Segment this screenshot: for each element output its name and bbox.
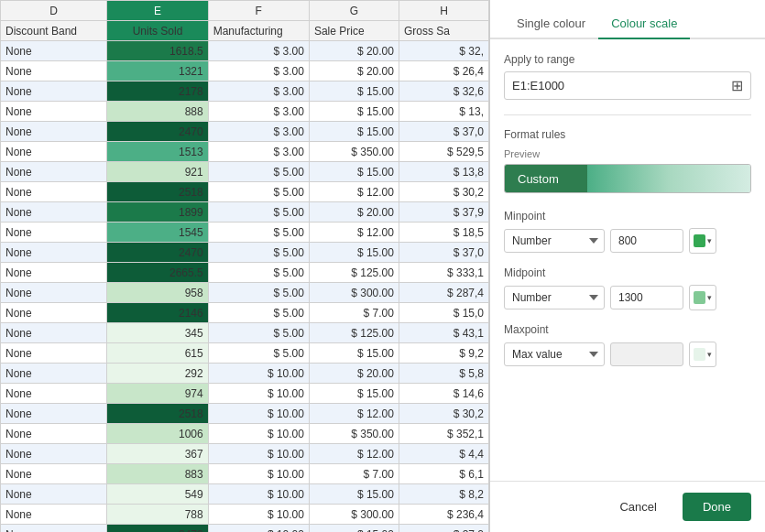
- table-row: $ 3.00: [208, 81, 309, 102]
- minpoint-color-btn[interactable]: ▾: [689, 228, 716, 254]
- table-row: $ 4,4: [399, 444, 488, 464]
- col-header-h[interactable]: H: [399, 1, 488, 21]
- table-row: $ 32,6: [399, 81, 488, 102]
- table-row: $ 43,1: [399, 323, 488, 343]
- maxpoint-label: Maxpoint: [504, 323, 751, 336]
- table-row: None: [1, 464, 107, 484]
- units-sold-cell: 2518: [107, 404, 208, 424]
- midpoint-type-select[interactable]: Number Percent Percentile None: [504, 286, 605, 309]
- midpoint-label: Midpoint: [504, 266, 751, 279]
- units-sold-cell: 958: [107, 283, 208, 303]
- table-row: None: [1, 263, 107, 283]
- table-row: None: [1, 142, 107, 162]
- table-row: $ 20.00: [309, 41, 399, 61]
- units-sold-cell: 1899: [107, 202, 208, 223]
- table-row: $ 37,0: [399, 243, 488, 263]
- table-row: $ 15.00: [309, 102, 399, 122]
- col-label-d: Discount Band: [1, 21, 107, 41]
- table-row: $ 6,1: [399, 464, 488, 484]
- done-button[interactable]: Done: [683, 493, 751, 521]
- table-row: $ 13,8: [399, 162, 488, 182]
- table-row: $ 333,1: [399, 263, 488, 283]
- table-row: $ 8,2: [399, 484, 488, 505]
- table-row: $ 5.00: [208, 243, 309, 263]
- table-row: $ 5.00: [208, 343, 309, 364]
- units-sold-cell: 921: [107, 162, 208, 182]
- units-sold-cell: 2518: [107, 182, 208, 202]
- preview-custom: Custom: [505, 165, 587, 192]
- table-row: None: [1, 283, 107, 303]
- table-row: None: [1, 162, 107, 182]
- spreadsheet: D E F G H Discount Band Units Sold Manuf…: [0, 0, 490, 532]
- table-row: None: [1, 384, 107, 404]
- range-input[interactable]: [512, 79, 731, 92]
- table-row: $ 15.00: [309, 81, 399, 102]
- table-row: $ 5.00: [208, 162, 309, 182]
- col-label-e: Units Sold: [107, 21, 208, 41]
- grid-icon: ⊞: [731, 77, 743, 94]
- table-row: $ 3.00: [208, 61, 309, 81]
- table-row: $ 20.00: [309, 61, 399, 81]
- table-row: $ 10.00: [208, 424, 309, 444]
- table-row: $ 15.00: [309, 525, 399, 533]
- table-row: None: [1, 404, 107, 424]
- units-sold-cell: 974: [107, 384, 208, 404]
- table-row: $ 10.00: [208, 444, 309, 464]
- col-label-h: Gross Sa: [399, 21, 488, 41]
- preview-gradient: [587, 165, 750, 192]
- col-header-e[interactable]: E: [107, 1, 208, 21]
- midpoint-value-input[interactable]: [610, 286, 683, 309]
- maxpoint-color-btn[interactable]: ▾: [689, 342, 716, 367]
- table-row: None: [1, 303, 107, 323]
- table-row: None: [1, 343, 107, 364]
- table-row: $ 26,4: [399, 61, 488, 81]
- table-row: $ 300.00: [309, 505, 399, 525]
- minpoint-value-input[interactable]: [610, 229, 683, 253]
- maxpoint-type-select[interactable]: Max value Number Percent Percentile: [504, 342, 605, 366]
- col-header-d[interactable]: D: [1, 1, 107, 21]
- col-header-g[interactable]: G: [309, 1, 399, 21]
- table-row: $ 5.00: [208, 303, 309, 323]
- table-row: $ 9,2: [399, 343, 488, 364]
- table-row: $ 10.00: [208, 484, 309, 505]
- minpoint-type-select[interactable]: Number Percent Percentile Min value: [504, 229, 605, 253]
- cancel-button[interactable]: Cancel: [603, 493, 672, 521]
- table-row: $ 13,: [399, 102, 488, 122]
- units-sold-cell: 1321: [107, 61, 208, 81]
- tab-single-colour[interactable]: Single colour: [504, 9, 598, 39]
- units-sold-cell: 2178: [107, 81, 208, 102]
- table-row: $ 3.00: [208, 41, 309, 61]
- table-row: None: [1, 223, 107, 243]
- minpoint-caret-icon: ▾: [707, 236, 712, 245]
- table-row: $ 7.00: [309, 303, 399, 323]
- col-label-g: Sale Price: [309, 21, 399, 41]
- table-row: None: [1, 243, 107, 263]
- midpoint-caret-icon: ▾: [707, 293, 712, 302]
- table-row: $ 37,9: [399, 202, 488, 223]
- table-row: $ 3.00: [208, 102, 309, 122]
- table-row: $ 10.00: [208, 464, 309, 484]
- apply-to-range-label: Apply to range: [504, 53, 751, 66]
- panel-tabs: Single colour Colour scale: [490, 0, 765, 39]
- col-header-f[interactable]: F: [208, 1, 309, 21]
- units-sold-cell: 788: [107, 505, 208, 525]
- range-input-row[interactable]: ⊞: [504, 71, 751, 100]
- table-row: $ 5.00: [208, 202, 309, 223]
- table-row: None: [1, 122, 107, 142]
- table-row: $ 5,8: [399, 364, 488, 384]
- table-row: $ 3.00: [208, 142, 309, 162]
- minpoint-row: Number Percent Percentile Min value ▾: [504, 228, 751, 254]
- midpoint-color-btn[interactable]: ▾: [689, 285, 716, 310]
- table-row: $ 10.00: [208, 364, 309, 384]
- units-sold-cell: 549: [107, 484, 208, 505]
- units-sold-cell: 1006: [107, 424, 208, 444]
- units-sold-cell: 1545: [107, 223, 208, 243]
- table-row: None: [1, 525, 107, 533]
- tab-colour-scale[interactable]: Colour scale: [598, 9, 690, 39]
- units-sold-cell: 1618.5: [107, 41, 208, 61]
- table-row: $ 18,5: [399, 223, 488, 243]
- table-row: $ 30,2: [399, 404, 488, 424]
- table-row: $ 37,0: [399, 122, 488, 142]
- panel-body: Apply to range ⊞ Format rules Preview Cu…: [490, 39, 765, 481]
- minpoint-section: Minpoint Number Percent Percentile Min v…: [504, 210, 751, 254]
